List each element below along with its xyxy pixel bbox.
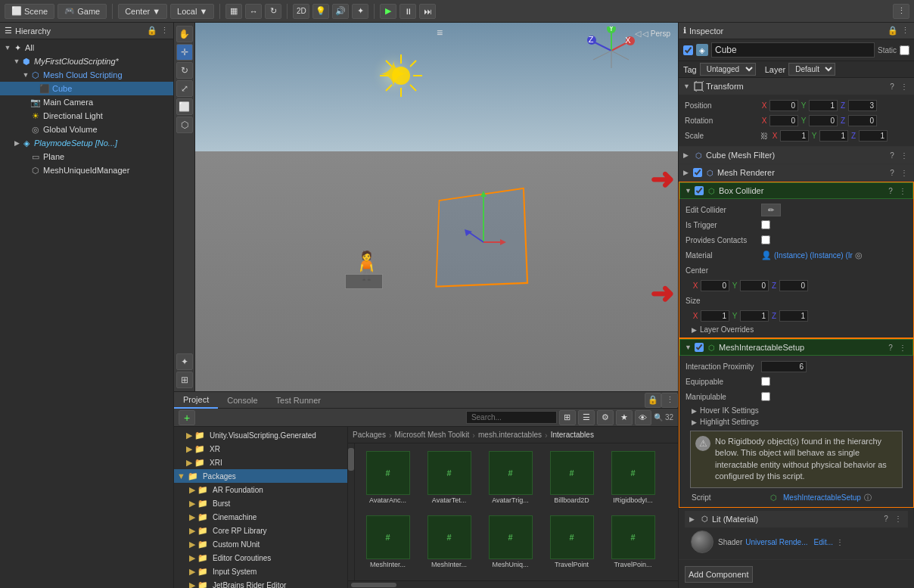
center-z-input[interactable] [779, 280, 808, 291]
scale-z-input[interactable] [859, 130, 888, 142]
asset-mesh-inter-1[interactable]: # MeshInter... [421, 512, 477, 572]
breadcrumb-interactables-folder[interactable]: mesh.interactables [478, 431, 542, 439]
breadcrumb-mesh-toolkit[interactable]: Microsoft Mesh Toolkit [395, 431, 470, 439]
file-item-editor-coroutines[interactable]: ▶ 📁 Editor Coroutines [174, 551, 347, 565]
highlight-settings-row[interactable]: ▶ Highlight Settings [686, 416, 907, 428]
hier-item-scene[interactable]: ▼ ⬢ MyFirstCloudScripting* [0, 54, 173, 68]
edit-collider-btn[interactable]: ✏ [761, 204, 781, 216]
step-btn[interactable]: ⏭ [419, 4, 436, 19]
tab-test-runner[interactable]: Test Runner [267, 392, 330, 409]
game-tab[interactable]: 🎮 Game [58, 4, 107, 19]
hier-item-mesh-scripting[interactable]: ▼ ⬡ Mesh Cloud Scripting [0, 68, 173, 82]
asset-avatar-trig[interactable]: # AvatarTrig... [482, 448, 539, 508]
layer-dropdown[interactable]: Default [788, 63, 835, 76]
file-item-jb-rider[interactable]: ▶ 📁 JetBrains Rider Editor [174, 578, 347, 588]
manipulable-checkbox[interactable] [761, 392, 770, 401]
file-item-cinemachine[interactable]: ▶ 📁 Cinemachine [174, 510, 347, 524]
box-collider-help-btn[interactable]: ? [885, 185, 896, 196]
hier-item-mesh-mgr[interactable]: ⬡ MeshUniqueIdManager [0, 163, 173, 177]
mesh-interactable-help-btn[interactable]: ? [885, 342, 896, 353]
collider-material-value[interactable]: (Instance) (Instance) (Ir [774, 251, 853, 260]
scale-x-input[interactable] [780, 130, 809, 142]
hover-ik-row[interactable]: ▶ Hover IK Settings [686, 405, 907, 416]
script-info-icon[interactable]: ⓘ [864, 493, 872, 503]
mesh-interactable-menu-btn[interactable]: ⋮ [897, 342, 908, 353]
pause-btn[interactable]: ⏸ [399, 4, 416, 19]
size-z-input[interactable] [779, 310, 808, 322]
file-item-vscripting[interactable]: ▶ 📁 Unity.VisualScripting.Generated [174, 428, 347, 442]
star-btn[interactable]: ★ [616, 410, 633, 425]
transform-tool[interactable]: ⬡ [176, 117, 193, 133]
hier-item-playmode[interactable]: ▶ ◈ PlaymodeSetup [No...] [0, 136, 173, 150]
box-collider-checkbox[interactable] [695, 186, 704, 195]
provides-contacts-checkbox[interactable] [761, 235, 770, 244]
pos-x-input[interactable] [769, 100, 798, 111]
layer-overrides-row[interactable]: ▶ Layer Overrides [686, 324, 907, 335]
shader-value[interactable]: Universal Rende... [745, 538, 807, 546]
asset-avatar-tet[interactable]: # AvatarTet... [421, 448, 477, 508]
v-scrollbar[interactable] [348, 443, 355, 580]
interaction-proximity-input[interactable] [761, 361, 807, 372]
material-header[interactable]: ▶ ⬡ Lit (Material) ? ⋮ [685, 511, 908, 527]
box-collider-header[interactable]: ▼ ⬡ Box Collider ? ⋮ [679, 182, 913, 199]
asset-travel-point-0[interactable]: # TravelPoint [543, 512, 600, 572]
pos-z-input[interactable] [848, 100, 877, 111]
rot-x-input[interactable] [769, 115, 798, 126]
audio-btn[interactable]: 🔊 [332, 4, 349, 19]
rotate-tool[interactable]: ↻ [176, 62, 193, 79]
tab-console[interactable]: Console [218, 392, 266, 409]
asset-mesh-inter-0[interactable]: # MeshInter... [359, 512, 416, 572]
object-name-input[interactable] [711, 42, 875, 58]
transform-menu-btn[interactable]: ⋮ [899, 81, 909, 92]
h-scrollbar[interactable] [348, 580, 678, 588]
play-btn[interactable]: ▶ [380, 4, 396, 19]
hier-item-main-camera[interactable]: 📷 Main Camera [0, 95, 173, 109]
fx-btn[interactable]: ✦ [352, 4, 368, 19]
hier-item-plane[interactable]: ▭ Plane [0, 150, 173, 163]
more-btn[interactable]: ⋮ [893, 4, 909, 19]
static-checkbox[interactable] [900, 45, 909, 55]
rot-z-input[interactable] [848, 115, 877, 126]
add-btn[interactable]: + [179, 410, 195, 425]
mesh-renderer-checkbox[interactable] [693, 168, 702, 177]
list-view-btn[interactable]: ☰ [578, 410, 595, 425]
transform-header[interactable]: ▼ Transform ? ⋮ [679, 78, 914, 95]
center-y-input[interactable] [740, 280, 769, 291]
breadcrumb-packages[interactable]: Packages [353, 431, 386, 439]
search-input[interactable] [466, 411, 557, 424]
rot-y-input[interactable] [809, 115, 838, 126]
more-icon[interactable]: ⋮ [160, 26, 169, 36]
shader-more-icon[interactable]: ⋮ [836, 538, 844, 546]
light-btn[interactable]: 💡 [312, 4, 329, 19]
custom-tool[interactable]: ✦ [176, 353, 193, 370]
hier-item-all[interactable]: ▼ ✦ All [0, 41, 173, 54]
asset-travel-point-1[interactable]: # TravelPoin... [605, 512, 661, 572]
file-item-packages[interactable]: ▼ 📁 Packages [174, 469, 347, 483]
file-item-coreRP[interactable]: ▶ 📁 Core RP Library [174, 524, 347, 537]
move-btn[interactable]: ↔ [245, 4, 262, 19]
material-select-icon[interactable]: ◎ [855, 250, 863, 260]
eye-btn[interactable]: 👁 [635, 410, 651, 425]
center-btn[interactable]: Center ▼ [118, 4, 167, 19]
equippable-checkbox[interactable] [761, 377, 770, 386]
mesh-filter-help-btn[interactable]: ? [887, 150, 897, 160]
mesh-renderer-help-btn[interactable]: ? [887, 167, 897, 178]
rotate-btn[interactable]: ↻ [265, 4, 281, 19]
size-x-input[interactable] [701, 310, 729, 322]
grid-tool[interactable]: ⊞ [176, 372, 193, 388]
edit-shader-btn[interactable]: Edit... [814, 538, 834, 546]
scale-y-input[interactable] [819, 130, 848, 142]
mesh-filter-menu-btn[interactable]: ⋮ [899, 150, 909, 160]
hier-item-dir-light[interactable]: ☀ Directional Light [0, 109, 173, 123]
mesh-renderer-menu-btn[interactable]: ⋮ [899, 167, 909, 178]
tab-project[interactable]: Project [174, 392, 218, 409]
scale-tool[interactable]: ⤢ [176, 80, 193, 97]
pos-y-input[interactable] [809, 100, 838, 111]
inspector-lock-icon[interactable]: 🔒 [888, 26, 898, 36]
rect-tool[interactable]: ⬜ [176, 98, 193, 115]
asset-mesh-uniq[interactable]: # MeshUniq... [482, 512, 539, 572]
grid-btn[interactable]: ▦ [225, 4, 242, 19]
hand-tool[interactable]: ✋ [176, 26, 193, 42]
hier-item-global-volume[interactable]: ◎ Global Volume [0, 123, 173, 136]
asset-irigidbody[interactable]: # IRigidbodyI... [605, 448, 661, 508]
